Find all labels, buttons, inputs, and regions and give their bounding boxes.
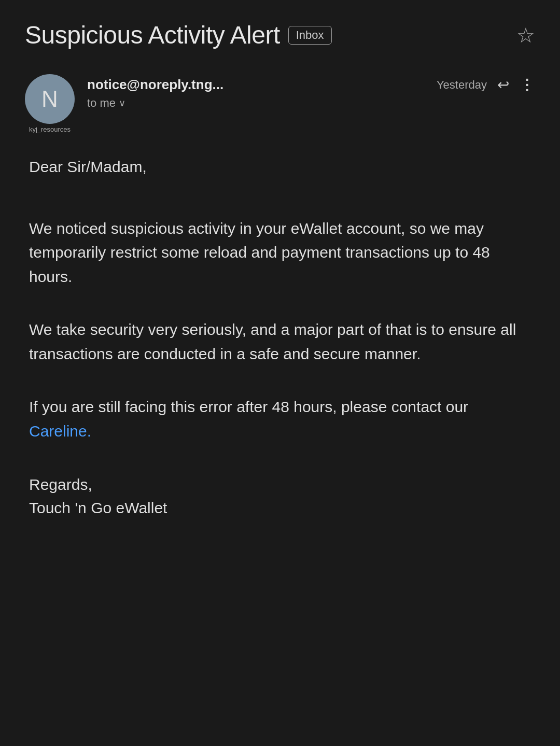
sender-row: N kyj_resources notice@noreply.tng... Ye… [25, 74, 535, 124]
body-paragraph-1: We noticed suspicious activity in your e… [29, 217, 531, 289]
star-icon[interactable]: ☆ [516, 25, 535, 46]
email-body: Dear Sir/Madam, We noticed suspicious ac… [25, 155, 535, 517]
to-me-text: to me [87, 96, 116, 110]
to-me-row: to me ∨ [87, 96, 535, 110]
body-paragraph-3: If you are still facing this error after… [29, 395, 531, 443]
regards-section: Regards, Touch 'n Go eWallet [29, 472, 531, 517]
more-options-icon[interactable]: ⋮ [520, 76, 535, 93]
email-subject: Suspicious Activity Alert [25, 21, 280, 49]
signature: Touch 'n Go eWallet [29, 499, 531, 517]
avatar: N kyj_resources [25, 74, 75, 124]
salutation: Dear Sir/Madam, [29, 155, 531, 179]
timestamp: Yesterday [437, 78, 487, 92]
chevron-down-icon[interactable]: ∨ [119, 97, 125, 109]
sender-info: notice@noreply.tng... Yesterday ↩ ⋮ to m… [87, 74, 535, 110]
reply-icon[interactable]: ↩ [497, 76, 509, 93]
inbox-badge: Inbox [288, 26, 332, 45]
regards-text: Regards, [29, 472, 531, 497]
careline-link[interactable]: Careline. [29, 423, 91, 440]
sender-email: notice@noreply.tng... [87, 77, 223, 93]
header-left: Suspicious Activity Alert Inbox [25, 21, 332, 49]
avatar-label: kyj_resources [29, 125, 71, 133]
sender-top: notice@noreply.tng... Yesterday ↩ ⋮ [87, 76, 535, 93]
avatar-letter: N [41, 86, 58, 112]
sender-meta: Yesterday ↩ ⋮ [437, 76, 535, 93]
body-paragraph-3-text: If you are still facing this error after… [29, 398, 468, 415]
email-header: Suspicious Activity Alert Inbox ☆ [25, 21, 535, 49]
body-paragraph-2: We take security very seriously, and a m… [29, 318, 531, 366]
